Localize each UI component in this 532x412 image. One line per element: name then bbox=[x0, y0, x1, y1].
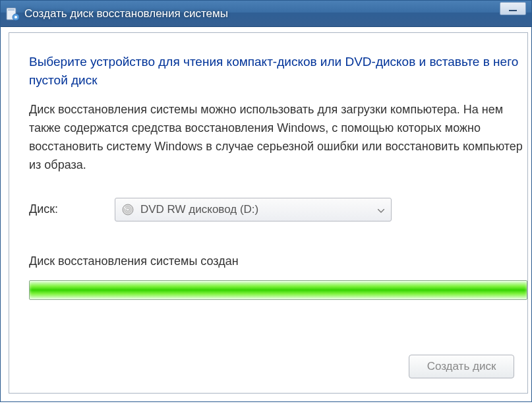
client-area: Выберите устройство для чтения компакт-д… bbox=[9, 32, 528, 394]
description-text: Диск восстановления системы можно исполь… bbox=[29, 101, 527, 175]
status-text: Диск восстановления системы создан bbox=[29, 254, 527, 268]
disc-app-icon bbox=[6, 7, 19, 20]
drive-selected-value: DVD RW дисковод (D:) bbox=[140, 203, 258, 216]
svg-point-6 bbox=[127, 208, 129, 210]
drive-field-row: Диск: DVD RW дисковод (D:) bbox=[29, 198, 527, 221]
progress-bar bbox=[29, 280, 527, 300]
button-row: Создать диск bbox=[409, 355, 514, 378]
svg-point-3 bbox=[15, 16, 17, 18]
recovery-disc-window: Создать диск восстановления системы Выбе… bbox=[0, 0, 532, 402]
disc-icon bbox=[122, 204, 134, 216]
titlebar[interactable]: Создать диск восстановления системы bbox=[1, 1, 531, 27]
svg-rect-1 bbox=[8, 9, 15, 11]
window-title: Создать диск восстановления системы bbox=[24, 7, 526, 20]
instruction-heading: Выберите устройство для чтения компакт-д… bbox=[29, 53, 527, 89]
drive-select[interactable]: DVD RW дисковод (D:) bbox=[115, 198, 392, 221]
minimize-button[interactable] bbox=[500, 2, 526, 15]
create-disc-button[interactable]: Создать диск bbox=[409, 355, 514, 378]
chevron-down-icon bbox=[378, 203, 384, 216]
drive-label: Диск: bbox=[29, 202, 115, 216]
minimize-icon bbox=[509, 10, 517, 11]
